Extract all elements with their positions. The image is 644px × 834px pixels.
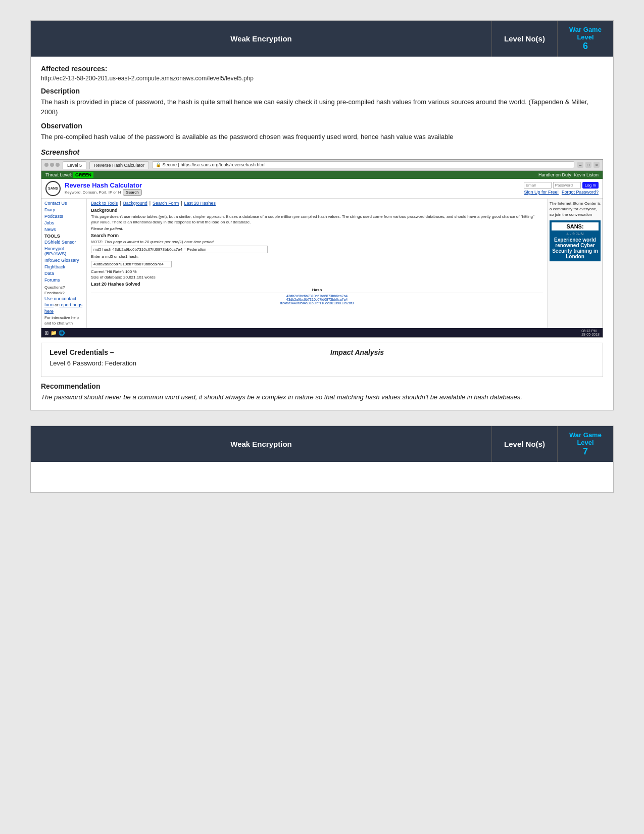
hash-value-3: d24f6f9440f05f4a3168fef118ee3013981352df… (91, 301, 543, 305)
minimize-btn[interactable]: – (577, 162, 583, 168)
login-row: Log In (524, 182, 599, 189)
level-no-label-7: Level No(s) (492, 426, 558, 462)
background-heading: Background (91, 208, 543, 213)
affected-heading: Affected resources: (41, 65, 603, 73)
browser-dot-1 (44, 163, 48, 167)
wargame-cell-level7: War Game Level 7 (558, 426, 613, 462)
browser-tab-2[interactable]: Reverse Hash Calculator (89, 161, 149, 169)
level-no-label: Level No(s) (492, 21, 558, 57)
inner-page-body: Contact Us Diary Podcasts Jobs News TOOL… (41, 199, 603, 329)
please-be-patient: Please be patient. (91, 226, 543, 231)
observation-heading: Observation (41, 122, 603, 130)
hash-value-1: 43db2a9bc6b7310c67fd6873bb6ca7a4 (91, 294, 543, 298)
sidebar-news[interactable]: News (44, 227, 83, 232)
inner-login-area: Log In Sign Up for Free! Forgot Password… (524, 182, 599, 195)
hash-result-display: md5 hash 43db2a9bc6b7310c67fd6873bb6ca7a… (91, 246, 268, 253)
taskbar-icon-2[interactable]: 🌐 (59, 330, 65, 336)
credentials-grid: Level Credentials – Level 6 Password: Fe… (41, 343, 603, 377)
card-header-level7: Weak Encryption Level No(s) War Game Lev… (31, 426, 613, 462)
isc-description: The Internet Storm Center is a community… (550, 201, 601, 218)
sans-ad-header: SANS: (552, 222, 599, 230)
inner-title-area: Reverse Hash Calculator Keyword, Domain,… (61, 181, 524, 196)
db-size: Size of database: 20,621,101 words (91, 275, 543, 280)
background-link[interactable]: Background (123, 201, 147, 206)
sidebar-flightback[interactable]: Flightback (44, 264, 83, 269)
last20-heading: Last 20 Hashes Solved (91, 282, 543, 287)
browser-controls: – □ × (577, 162, 600, 168)
back-to-tools-link[interactable]: Back to Tools (91, 201, 118, 206)
card-level7: Weak Encryption Level No(s) War Game Lev… (30, 426, 614, 493)
sidebar-jobs[interactable]: Jobs (44, 220, 83, 225)
observation-text: The pre-compiled hash value of the passw… (41, 132, 603, 142)
inner-subtitle: Keyword, Domain, Port, IP or H Search (65, 189, 524, 196)
credentials-heading: Level Credentials – (49, 348, 314, 356)
sidebar-diary[interactable]: Diary (44, 207, 83, 212)
credentials-text: Level 6 Password: Federation (49, 358, 314, 368)
start-icon[interactable]: ⊞ (44, 330, 48, 336)
sidebar-data[interactable]: Data (44, 271, 83, 276)
inner-right-panel: The Internet Storm Center is a community… (547, 199, 603, 329)
browser-chrome: Level 5 Reverse Hash Calculator 🔒 Secure… (41, 160, 603, 171)
forgot-password-link[interactable]: Forgot Password? (562, 190, 599, 195)
taskbar-date: 28-05-2018 (581, 333, 600, 336)
sidebar-honeypot[interactable]: Honeypot (RPi/AWS) (44, 246, 83, 256)
login-button[interactable]: Log In (582, 182, 599, 189)
credentials-section: Level Credentials – Level 6 Password: Fe… (41, 343, 322, 377)
sidebar-dshield[interactable]: DShield Sensor (44, 240, 83, 245)
signup-link[interactable]: Sign Up for Free! (524, 190, 559, 195)
hash-col-header: Hash (91, 288, 543, 293)
inner-page-title: Reverse Hash Calculator (65, 181, 524, 189)
windows-taskbar: ⊞ 📁 🌐 08:12 PM 28-05-2018 (41, 328, 603, 337)
inner-main-content: Back to Tools | Background | Search Form… (87, 199, 547, 329)
sidebar-infosec[interactable]: InfoSec Glossary (44, 258, 83, 263)
sidebar-feedback: Questions?Feedback?Use our contact form … (44, 285, 83, 327)
wargame-cell-level6: War Game Level 6 (558, 21, 613, 57)
sha1-label: Enter a md5 or sha1 hash: (91, 254, 543, 259)
card-level6: Weak Encryption Level No(s) War Game Lev… (30, 20, 614, 410)
card-title-level6: Weak Encryption (31, 21, 492, 57)
email-input[interactable] (524, 182, 552, 189)
last-20-hashes-section: Last 20 Hashes Solved Hash 43db2a9bc6b73… (91, 282, 543, 305)
impact-section: Impact Analysis (322, 343, 603, 377)
search-form-link[interactable]: Search Form (153, 201, 179, 206)
recommendation-section: Recommendation The password should never… (41, 377, 603, 402)
last20-link[interactable]: Last 20 Hashes (184, 201, 216, 206)
inner-nav: Threat Level: GREEN Handler on Duty: Kev… (41, 171, 603, 179)
inner-sidebar: Contact Us Diary Podcasts Jobs News TOOL… (41, 199, 87, 329)
browser-tab-1[interactable]: Level 5 (63, 161, 86, 169)
close-btn[interactable]: × (593, 162, 600, 168)
browser-dot-2 (50, 163, 54, 167)
browser-urlbar[interactable]: 🔒 Secure | https://isc.sans.org/tools/re… (152, 161, 574, 168)
sans-logo-circle: SANS (45, 181, 61, 196)
taskbar-left: ⊞ 📁 🌐 (44, 330, 65, 336)
description-heading: Description (41, 87, 603, 95)
browser-dots (44, 163, 60, 167)
screenshot-container: Level 5 Reverse Hash Calculator 🔒 Secure… (41, 159, 603, 338)
card-header-level6: Weak Encryption Level No(s) War Game Lev… (31, 21, 613, 57)
inner-header-row: SANS Reverse Hash Calculator Keyword, Do… (41, 179, 603, 199)
password-input[interactable] (553, 182, 581, 189)
sidebar-podcasts[interactable]: Podcasts (44, 214, 83, 219)
browser-dot-3 (56, 163, 60, 167)
description-text: The hash is provided in place of passwor… (41, 97, 603, 117)
sidebar-forums[interactable]: Forums (44, 277, 83, 283)
card-body-level7 (31, 462, 613, 492)
card-body-level6: Affected resources: http://ec2-13-58-200… (31, 57, 613, 410)
search-form-note: NOTE: This page is limited to 20 queries… (91, 240, 543, 244)
sidebar-tools-heading: TOOLS (44, 234, 83, 239)
sans-advertisement: SANS: 4 - 9 JUN Experience world renowne… (550, 220, 601, 261)
search-form-inner-heading: Search Form (91, 233, 543, 238)
inner-search-button[interactable]: Search (123, 189, 141, 196)
taskbar-icon-1[interactable]: 📁 (51, 330, 57, 336)
sidebar-contact[interactable]: Contact Us (44, 201, 83, 206)
recommendation-heading: Recommendation (41, 382, 603, 390)
secure-icon: 🔒 (156, 162, 161, 167)
background-text: This page doesn't use rainbow tables (ye… (91, 214, 543, 225)
maximize-btn[interactable]: □ (585, 162, 591, 168)
sha1-hash-input[interactable] (91, 261, 172, 267)
card-title-level7: Weak Encryption (31, 426, 492, 462)
sans-ad-title: Experience world renowned Cyber Security… (552, 237, 599, 259)
recommendation-text: The password should never be a common wo… (41, 392, 603, 402)
handler-duty: Handler on Duty: Kevin Liston (538, 172, 599, 177)
impact-heading: Impact Analysis (330, 348, 595, 356)
